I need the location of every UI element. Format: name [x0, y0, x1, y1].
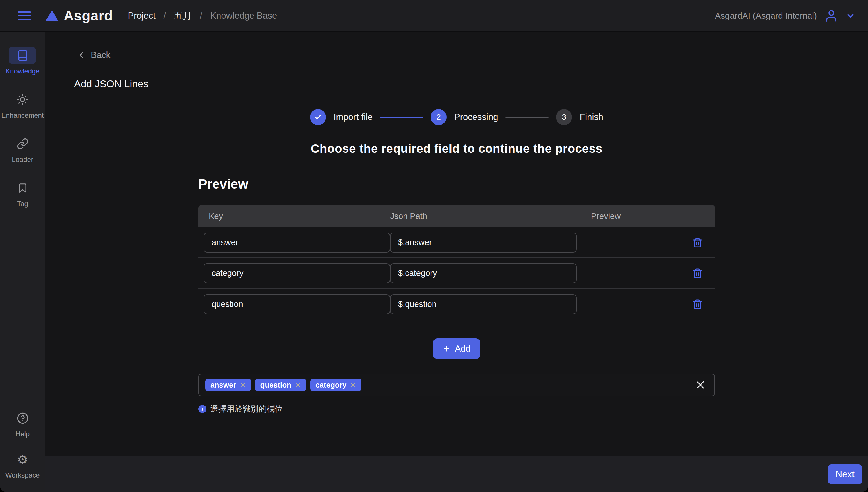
step-finish: 3 Finish — [556, 109, 603, 125]
sidebar-item-label: Knowledge — [5, 67, 40, 75]
trash-icon — [692, 299, 703, 310]
chip-remove-icon[interactable] — [240, 382, 246, 388]
account-name: AsgardAI (Asgard Internal) — [715, 11, 817, 21]
table-header-row: Key Json Path Preview — [198, 205, 715, 227]
sun-icon — [16, 94, 28, 106]
asgard-logo-icon — [45, 10, 58, 21]
sidebar-item-label: Enhancement — [1, 112, 44, 119]
user-icon[interactable] — [824, 9, 838, 23]
chip-label: answer — [210, 380, 236, 390]
sidebar-item-workspace[interactable]: ⚙ Workspace — [5, 451, 40, 479]
table-row — [198, 227, 715, 258]
step-1-label: Import file — [333, 112, 373, 122]
sidebar-item-tag[interactable]: Tag — [9, 179, 36, 208]
breadcrumb-separator: / — [200, 11, 202, 21]
add-row-wrapper: Add — [198, 339, 715, 359]
breadcrumb-month[interactable]: 五月 — [174, 10, 192, 22]
breadcrumb-separator: / — [164, 11, 166, 21]
page-title: Add JSON Lines — [74, 78, 868, 90]
step-2-label: Processing — [454, 112, 498, 122]
chip-answer: answer — [205, 378, 251, 391]
topbar-account-area: AsgardAI (Asgard Internal) — [715, 9, 855, 23]
identify-field-select[interactable]: answer question category — [198, 374, 715, 396]
back-label: Back — [91, 50, 110, 60]
step-import-file: Import file — [310, 109, 373, 125]
trash-icon — [692, 238, 703, 248]
app-window: Asgard Project / 五月 / Knowledge Base Asg… — [0, 0, 868, 492]
hamburger-menu-icon[interactable] — [18, 11, 31, 20]
main-area: Back Add JSON Lines Import file — [45, 31, 868, 492]
sidebar-item-label: Workspace — [5, 471, 40, 479]
chip-category: category — [310, 378, 362, 391]
main-content: Back Add JSON Lines Import file — [45, 31, 868, 456]
sidebar-item-knowledge[interactable]: Knowledge — [5, 47, 40, 75]
chevron-left-icon — [76, 50, 86, 60]
sidebar-item-label: Help — [16, 430, 30, 438]
hint-text: 選擇用於識別的欄位 — [210, 403, 283, 415]
table-row — [198, 258, 715, 289]
key-input[interactable] — [203, 294, 390, 314]
hint-row: i 選擇用於識別的欄位 — [198, 403, 715, 415]
delete-row-button[interactable] — [688, 238, 708, 248]
chip-remove-icon[interactable] — [295, 382, 301, 388]
preview-section-title: Preview — [198, 176, 715, 192]
check-icon — [314, 113, 322, 121]
sidebar-item-enhancement[interactable]: Enhancement — [1, 91, 44, 119]
stepper: Import file 2 Processing 3 Finish — [45, 109, 868, 125]
step-2-indicator: 2 — [430, 109, 447, 125]
sidebar-item-label: Loader — [12, 155, 33, 164]
json-path-input[interactable] — [390, 294, 577, 314]
add-button[interactable]: Add — [433, 339, 480, 359]
column-header-json-path: Json Path — [390, 212, 591, 221]
delete-row-button[interactable] — [688, 268, 708, 278]
key-input[interactable] — [203, 232, 390, 253]
chip-label: category — [316, 380, 346, 390]
mapping-panel: Preview Key Json Path Preview — [198, 176, 715, 415]
bookmark-icon — [17, 182, 28, 194]
sidebar: Knowledge Enhancement Loader — [0, 31, 45, 492]
close-icon — [695, 379, 706, 390]
json-path-input[interactable] — [390, 232, 577, 253]
column-header-preview: Preview — [591, 212, 688, 221]
plus-icon — [443, 345, 451, 353]
breadcrumb: Project / 五月 / Knowledge Base — [128, 10, 277, 22]
brand-name: Asgard — [64, 8, 113, 24]
clear-all-button[interactable] — [695, 379, 706, 390]
chip-remove-icon[interactable] — [350, 382, 356, 388]
sidebar-item-help[interactable]: Help — [9, 409, 36, 438]
table-row — [198, 289, 715, 319]
next-button[interactable]: Next — [828, 464, 862, 484]
json-path-input[interactable] — [390, 263, 577, 283]
chip-question: question — [255, 378, 306, 391]
gear-icon: ⚙ — [17, 453, 28, 466]
footer-bar: Next — [45, 456, 868, 492]
breadcrumb-knowledge-base: Knowledge Base — [210, 10, 277, 21]
topbar: Asgard Project / 五月 / Knowledge Base Asg… — [0, 0, 868, 31]
breadcrumb-project[interactable]: Project — [128, 10, 155, 21]
book-icon — [17, 50, 28, 61]
column-header-key: Key — [198, 212, 390, 221]
sidebar-item-label: Tag — [17, 200, 28, 208]
chevron-down-icon[interactable] — [846, 11, 855, 21]
step-3-indicator: 3 — [556, 109, 572, 125]
trash-icon — [692, 268, 703, 278]
headline: Choose the required field to continue th… — [45, 142, 868, 155]
step-connector-done — [380, 117, 423, 118]
delete-row-button[interactable] — [688, 299, 708, 310]
step-connector-pending — [505, 117, 548, 118]
chip-label: question — [261, 380, 291, 390]
info-icon: i — [198, 405, 206, 413]
link-icon — [17, 138, 29, 150]
mapping-table: Key Json Path Preview — [198, 205, 715, 319]
key-input[interactable] — [203, 263, 390, 283]
add-button-label: Add — [455, 344, 470, 354]
back-button[interactable]: Back — [76, 50, 110, 60]
help-circle-icon — [17, 412, 29, 424]
step-processing: 2 Processing — [430, 109, 498, 125]
sidebar-item-loader[interactable]: Loader — [9, 135, 36, 164]
step-1-indicator — [310, 109, 326, 125]
step-3-label: Finish — [579, 112, 603, 122]
